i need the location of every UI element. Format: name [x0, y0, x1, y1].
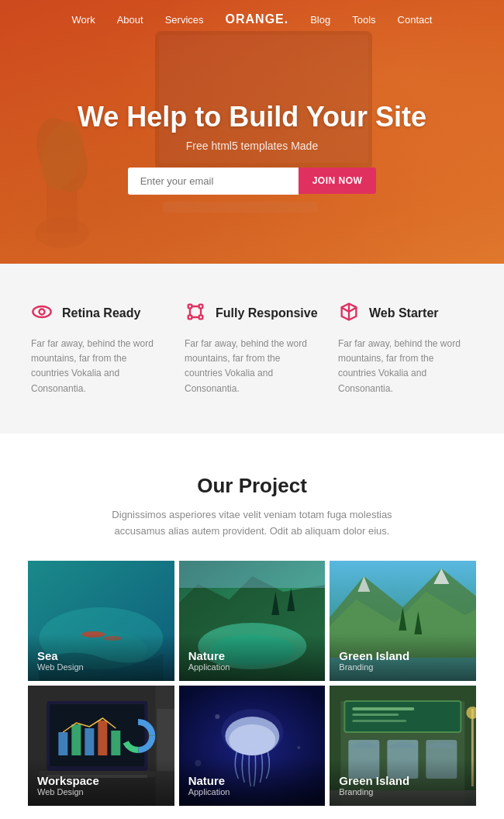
feature-retina-desc: Far far away, behind the word mountains,… [31, 337, 166, 396]
project-workspace-cat: Web Design [37, 787, 165, 797]
feature-responsive-header: Fully Responsive [185, 301, 319, 326]
nav-contact[interactable]: Contact [398, 14, 433, 26]
projects-desc: Dignissimos asperiores vitae velit venia… [89, 507, 415, 540]
feature-retina-header: Retina Ready [31, 301, 166, 326]
svg-rect-51 [353, 714, 399, 716]
feature-starter: Web Starter Far far away, behind the wor… [338, 301, 473, 396]
project-greenisland2-cat: Branding [339, 787, 467, 797]
features-section: Retina Ready Far far away, behind the wo… [0, 264, 504, 434]
nav-services[interactable]: Services [165, 14, 204, 26]
project-greenisland1-title: Green Island [339, 649, 467, 662]
projects-grid: Sea Web Design [28, 561, 476, 806]
svg-rect-32 [98, 721, 107, 755]
project-greenisland2-title: Green Island [339, 774, 467, 787]
feature-starter-title: Web Starter [369, 306, 439, 320]
nav-brand[interactable]: ORANGE. [226, 12, 289, 26]
feature-responsive-desc: Far far away, behind the word mountains,… [185, 337, 319, 396]
project-greenisland1-cat: Branding [339, 662, 467, 672]
nav-blog[interactable]: Blog [310, 14, 330, 26]
feature-starter-desc: Far far away, behind the word mountains,… [338, 337, 473, 396]
project-card-nature1[interactable]: Nature Application [179, 561, 326, 681]
hero-content: We Help to Build Your Site Free html5 te… [78, 70, 426, 195]
project-workspace-title: Workspace [37, 774, 165, 787]
project-nature2-overlay: Nature Application [179, 759, 326, 806]
nav-tools[interactable]: Tools [352, 14, 375, 26]
hero-subtitle: Free html5 templates Made [78, 140, 426, 152]
feature-starter-header: Web Starter [338, 301, 473, 326]
hero-section: Work About Services ORANGE. Blog Tools C… [0, 0, 504, 264]
project-nature1-title: Nature [188, 649, 316, 662]
svg-rect-11 [188, 305, 192, 309]
svg-rect-29 [58, 732, 67, 755]
project-nature2-title: Nature [188, 774, 316, 787]
eye-icon [31, 301, 53, 326]
svg-rect-12 [199, 305, 203, 309]
feature-retina: Retina Ready Far far away, behind the wo… [31, 301, 166, 396]
project-sea-cat: Web Design [37, 662, 165, 672]
project-workspace-overlay: Workspace Web Design [28, 759, 174, 806]
svg-rect-31 [85, 728, 94, 755]
project-card-greenisland1[interactable]: Green Island Branding [330, 561, 476, 681]
project-card-greenisland2[interactable]: Green Island Branding [330, 686, 476, 806]
tag-icon [338, 301, 360, 326]
feature-responsive: Fully Responsive Far far away, behind th… [185, 301, 319, 396]
feature-retina-title: Retina Ready [62, 306, 140, 320]
project-nature1-cat: Application [188, 662, 316, 672]
svg-rect-33 [111, 731, 120, 755]
svg-rect-13 [188, 316, 192, 320]
project-nature2-cat: Application [188, 787, 316, 797]
svg-point-44 [215, 714, 219, 719]
project-sea-overlay: Sea Web Design [28, 634, 174, 681]
main-nav: Work About Services ORANGE. Blog Tools C… [0, 0, 504, 39]
project-greenisland1-overlay: Green Island Branding [330, 634, 476, 681]
hero-title: We Help to Build Your Site [78, 101, 426, 133]
email-input[interactable] [128, 168, 299, 195]
svg-rect-14 [199, 316, 203, 320]
nav-work[interactable]: Work [72, 14, 95, 26]
svg-rect-52 [353, 720, 407, 722]
svg-point-43 [221, 709, 283, 755]
svg-point-45 [297, 746, 300, 749]
projects-title: Our Project [28, 474, 476, 498]
svg-rect-50 [353, 707, 415, 710]
svg-rect-23 [179, 561, 326, 588]
hero-form: JOIN NOW [78, 168, 426, 195]
svg-point-10 [40, 309, 45, 315]
join-button[interactable]: JOIN NOW [299, 168, 377, 194]
command-icon [185, 301, 206, 326]
svg-point-9 [33, 306, 50, 317]
project-sea-title: Sea [37, 649, 165, 662]
project-greenisland2-overlay: Green Island Branding [330, 759, 476, 806]
project-card-workspace[interactable]: Workspace Web Design [28, 686, 174, 806]
feature-responsive-title: Fully Responsive [216, 306, 318, 320]
project-card-nature2[interactable]: Nature Application [179, 686, 326, 806]
svg-rect-30 [71, 724, 81, 755]
project-card-sea[interactable]: Sea Web Design [28, 561, 174, 681]
nav-about[interactable]: About [117, 14, 143, 26]
project-nature1-overlay: Nature Application [179, 634, 326, 681]
svg-rect-49 [345, 701, 461, 732]
projects-section: Our Project Dignissimos asperiores vitae… [0, 434, 504, 819]
